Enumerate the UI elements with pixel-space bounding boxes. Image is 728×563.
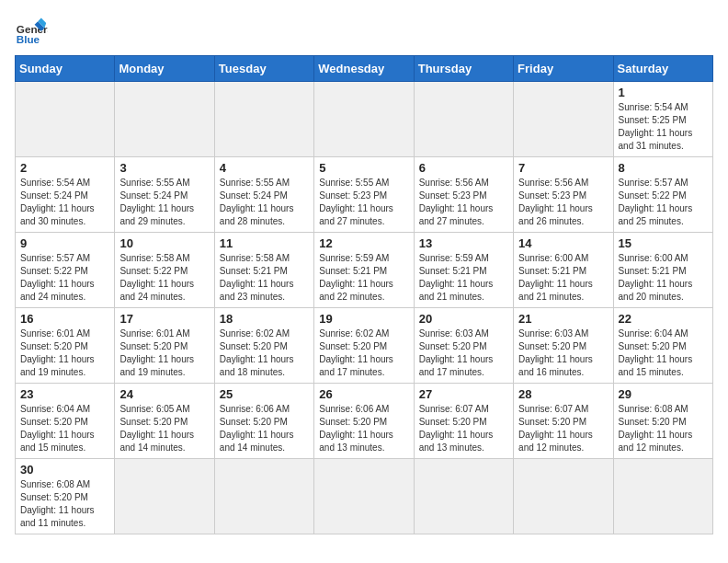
calendar-cell: 23Sunrise: 6:04 AM Sunset: 5:20 PM Dayli… (16, 384, 115, 459)
calendar-cell: 3Sunrise: 5:55 AM Sunset: 5:24 PM Daylig… (115, 157, 214, 233)
day-info: Sunrise: 6:08 AM Sunset: 5:20 PM Dayligh… (619, 403, 708, 454)
day-number: 14 (518, 236, 608, 250)
calendar-cell (214, 82, 313, 157)
calendar-cell (314, 459, 414, 534)
day-info: Sunrise: 5:56 AM Sunset: 5:23 PM Dayligh… (419, 177, 508, 228)
calendar-week-row: 30Sunrise: 6:08 AM Sunset: 5:20 PM Dayli… (16, 459, 713, 534)
day-info: Sunrise: 6:03 AM Sunset: 5:20 PM Dayligh… (419, 327, 508, 379)
day-number: 13 (419, 236, 508, 250)
calendar-cell (414, 82, 513, 157)
calendar-cell: 17Sunrise: 6:01 AM Sunset: 5:20 PM Dayli… (115, 308, 214, 384)
day-number: 12 (319, 236, 408, 250)
calendar-week-row: 23Sunrise: 6:04 AM Sunset: 5:20 PM Dayli… (16, 384, 713, 459)
day-info: Sunrise: 5:57 AM Sunset: 5:22 PM Dayligh… (20, 252, 109, 304)
day-number: 9 (20, 236, 109, 250)
calendar-table: SundayMondayTuesdayWednesdayThursdayFrid… (15, 55, 713, 534)
calendar-cell: 25Sunrise: 6:06 AM Sunset: 5:20 PM Dayli… (214, 384, 313, 459)
day-number: 5 (319, 161, 408, 175)
calendar-cell: 13Sunrise: 5:59 AM Sunset: 5:21 PM Dayli… (414, 233, 513, 308)
day-number: 28 (518, 387, 608, 401)
calendar-cell: 24Sunrise: 6:05 AM Sunset: 5:20 PM Dayli… (115, 384, 214, 459)
day-number: 24 (119, 387, 209, 401)
day-info: Sunrise: 5:54 AM Sunset: 5:24 PM Dayligh… (20, 177, 109, 228)
day-number: 18 (220, 312, 309, 326)
calendar-cell: 10Sunrise: 5:58 AM Sunset: 5:22 PM Dayli… (115, 233, 214, 308)
column-header-sunday: Sunday (16, 56, 115, 82)
logo: General Blue (15, 15, 48, 48)
day-info: Sunrise: 5:57 AM Sunset: 5:22 PM Dayligh… (619, 177, 708, 228)
calendar-cell (16, 82, 115, 157)
day-number: 6 (419, 161, 508, 175)
day-info: Sunrise: 5:54 AM Sunset: 5:25 PM Dayligh… (619, 101, 708, 153)
day-info: Sunrise: 6:06 AM Sunset: 5:20 PM Dayligh… (319, 403, 408, 454)
calendar-cell: 12Sunrise: 5:59 AM Sunset: 5:21 PM Dayli… (314, 233, 414, 308)
day-info: Sunrise: 6:00 AM Sunset: 5:21 PM Dayligh… (518, 252, 608, 304)
day-number: 29 (619, 387, 708, 401)
calendar-cell: 6Sunrise: 5:56 AM Sunset: 5:23 PM Daylig… (414, 157, 513, 233)
calendar-cell: 27Sunrise: 6:07 AM Sunset: 5:20 PM Dayli… (414, 384, 513, 459)
day-number: 11 (220, 236, 309, 250)
calendar-week-row: 2Sunrise: 5:54 AM Sunset: 5:24 PM Daylig… (16, 157, 713, 233)
column-header-monday: Monday (115, 56, 214, 82)
calendar-cell: 29Sunrise: 6:08 AM Sunset: 5:20 PM Dayli… (613, 384, 712, 459)
day-number: 20 (419, 312, 508, 326)
day-info: Sunrise: 6:02 AM Sunset: 5:20 PM Dayligh… (319, 327, 408, 379)
day-number: 10 (119, 236, 209, 250)
calendar-cell: 4Sunrise: 5:55 AM Sunset: 5:24 PM Daylig… (214, 157, 313, 233)
day-number: 7 (518, 161, 608, 175)
day-info: Sunrise: 5:55 AM Sunset: 5:23 PM Dayligh… (319, 177, 408, 228)
day-number: 4 (220, 161, 309, 175)
calendar-cell (514, 82, 613, 157)
svg-text:Blue: Blue (17, 33, 40, 45)
calendar-cell (314, 82, 414, 157)
calendar-cell: 21Sunrise: 6:03 AM Sunset: 5:20 PM Dayli… (514, 308, 613, 384)
calendar-cell: 20Sunrise: 6:03 AM Sunset: 5:20 PM Dayli… (414, 308, 513, 384)
column-header-thursday: Thursday (414, 56, 513, 82)
calendar-cell (214, 459, 313, 534)
logo-icon: General Blue (15, 15, 48, 48)
calendar-week-row: 1Sunrise: 5:54 AM Sunset: 5:25 PM Daylig… (16, 82, 713, 157)
day-info: Sunrise: 5:59 AM Sunset: 5:21 PM Dayligh… (319, 252, 408, 304)
calendar-cell: 26Sunrise: 6:06 AM Sunset: 5:20 PM Dayli… (314, 384, 414, 459)
calendar-cell: 16Sunrise: 6:01 AM Sunset: 5:20 PM Dayli… (16, 308, 115, 384)
day-info: Sunrise: 5:56 AM Sunset: 5:23 PM Dayligh… (518, 177, 608, 228)
day-info: Sunrise: 6:04 AM Sunset: 5:20 PM Dayligh… (20, 403, 109, 454)
day-number: 23 (20, 387, 109, 401)
calendar-cell: 22Sunrise: 6:04 AM Sunset: 5:20 PM Dayli… (613, 308, 712, 384)
day-info: Sunrise: 5:55 AM Sunset: 5:24 PM Dayligh… (220, 177, 309, 228)
calendar-cell (115, 82, 214, 157)
calendar-cell: 5Sunrise: 5:55 AM Sunset: 5:23 PM Daylig… (314, 157, 414, 233)
day-info: Sunrise: 6:08 AM Sunset: 5:20 PM Dayligh… (20, 478, 109, 530)
calendar-cell (414, 459, 513, 534)
day-info: Sunrise: 6:02 AM Sunset: 5:20 PM Dayligh… (220, 327, 309, 379)
day-number: 19 (319, 312, 408, 326)
day-info: Sunrise: 6:06 AM Sunset: 5:20 PM Dayligh… (220, 403, 309, 454)
calendar-header-row: SundayMondayTuesdayWednesdayThursdayFrid… (16, 56, 713, 82)
day-number: 21 (518, 312, 608, 326)
day-number: 17 (119, 312, 209, 326)
calendar-cell: 19Sunrise: 6:02 AM Sunset: 5:20 PM Dayli… (314, 308, 414, 384)
calendar-cell: 2Sunrise: 5:54 AM Sunset: 5:24 PM Daylig… (16, 157, 115, 233)
day-number: 26 (319, 387, 408, 401)
day-number: 16 (20, 312, 109, 326)
calendar-cell: 1Sunrise: 5:54 AM Sunset: 5:25 PM Daylig… (613, 82, 712, 157)
day-info: Sunrise: 5:58 AM Sunset: 5:22 PM Dayligh… (119, 252, 209, 304)
day-number: 1 (619, 86, 708, 99)
day-info: Sunrise: 6:05 AM Sunset: 5:20 PM Dayligh… (119, 403, 209, 454)
calendar-cell: 9Sunrise: 5:57 AM Sunset: 5:22 PM Daylig… (16, 233, 115, 308)
day-number: 30 (20, 463, 109, 477)
day-number: 15 (619, 236, 708, 250)
column-header-tuesday: Tuesday (214, 56, 313, 82)
calendar-cell: 11Sunrise: 5:58 AM Sunset: 5:21 PM Dayli… (214, 233, 313, 308)
column-header-wednesday: Wednesday (314, 56, 414, 82)
calendar-cell: 14Sunrise: 6:00 AM Sunset: 5:21 PM Dayli… (514, 233, 613, 308)
day-number: 3 (119, 161, 209, 175)
calendar-cell: 15Sunrise: 6:00 AM Sunset: 5:21 PM Dayli… (613, 233, 712, 308)
day-number: 25 (220, 387, 309, 401)
calendar-week-row: 16Sunrise: 6:01 AM Sunset: 5:20 PM Dayli… (16, 308, 713, 384)
day-info: Sunrise: 6:01 AM Sunset: 5:20 PM Dayligh… (119, 327, 209, 379)
column-header-friday: Friday (514, 56, 613, 82)
day-number: 8 (619, 161, 708, 175)
calendar-cell: 28Sunrise: 6:07 AM Sunset: 5:20 PM Dayli… (514, 384, 613, 459)
calendar-cell: 30Sunrise: 6:08 AM Sunset: 5:20 PM Dayli… (16, 459, 115, 534)
